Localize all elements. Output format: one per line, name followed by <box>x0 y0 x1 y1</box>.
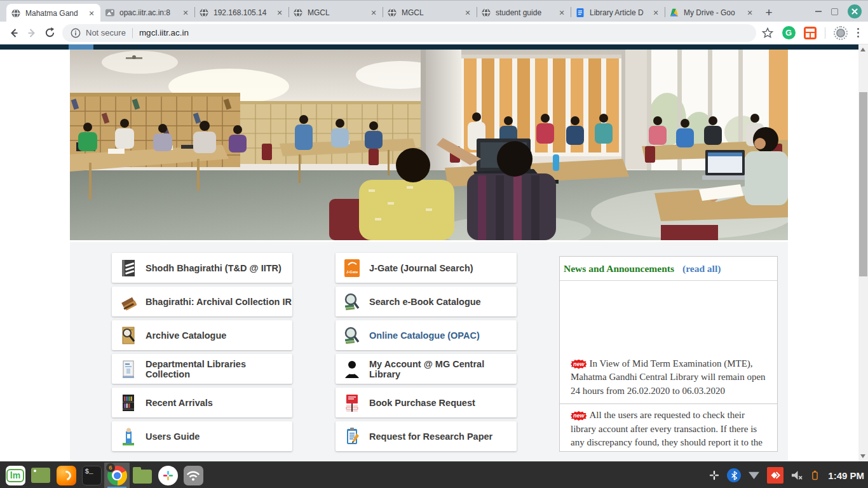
scroll-up-arrow-icon[interactable] <box>860 48 865 51</box>
tab-mahatma-gandhi-library[interactable]: Mahatma Gand ✕ <box>6 4 100 22</box>
tab-ip-address[interactable]: 192.168.105.14 ✕ <box>194 3 288 22</box>
new-badge: new <box>571 411 587 421</box>
desktop-icon <box>31 468 50 483</box>
globe-icon <box>387 8 397 18</box>
tab-my-drive[interactable]: My Drive - Goo ✕ <box>665 3 759 22</box>
back-button[interactable] <box>5 24 23 42</box>
new-tab-button[interactable]: + <box>760 4 778 22</box>
slack-tray-icon[interactable] <box>709 470 720 481</box>
wifi-icon <box>184 466 203 485</box>
tab-close-icon[interactable]: ✕ <box>463 8 472 17</box>
link-label: Search e-Book Catalogue <box>369 297 481 307</box>
firefox-icon <box>57 466 76 485</box>
slack-launcher[interactable] <box>155 463 180 488</box>
system-tray: 1:49 PM <box>709 462 864 488</box>
terminal-icon: $_ <box>82 466 102 485</box>
tab-student-guide[interactable]: student guide ✕ <box>477 3 571 22</box>
bookshelf-icon <box>120 393 137 412</box>
page-scrollbar[interactable] <box>858 44 868 461</box>
globe-icon <box>11 8 21 18</box>
link-card-book-purchase[interactable]: Book Purchase Request <box>336 388 517 417</box>
shutter-extension-icon[interactable] <box>834 26 848 40</box>
guide-kiosk-icon <box>120 427 137 446</box>
show-desktop-button[interactable] <box>28 463 53 488</box>
new-badge: new <box>571 360 587 369</box>
link-card-recent-arrivals[interactable]: Recent Arrivals <box>112 388 292 417</box>
chrome-menu-icon[interactable] <box>856 27 861 39</box>
library-photo <box>70 50 788 240</box>
tab-opac[interactable]: opac.iitr.ac.in:8 ✕ <box>100 3 194 22</box>
link-card-jgate[interactable]: J-Gate J-Gate (Journal Search) <box>336 253 517 283</box>
tab-title: Library Article D <box>590 8 651 17</box>
terminal-launcher[interactable]: $_ <box>79 463 104 488</box>
folder-magnifier-icon <box>120 326 137 345</box>
link-label: Users Guide <box>146 431 200 442</box>
taskbar-clock[interactable]: 1:49 PM <box>828 470 864 481</box>
security-label: Not secure <box>86 28 126 37</box>
mint-logo-icon: lm <box>6 466 25 485</box>
news-item-text: In View of Mid Term Examination (MTE), M… <box>571 358 766 396</box>
link-label: Archive Catalogue <box>146 330 226 341</box>
bookmark-star-icon[interactable] <box>761 27 774 39</box>
news-item: newIn View of Mid Term Examination (MTE)… <box>560 281 777 404</box>
chrome-taskbar-button[interactable]: 6 <box>104 463 130 488</box>
tab-mgcl-1[interactable]: MGCL ✕ <box>288 3 383 22</box>
taskbar: lm $_ 6 1:49 PM <box>0 461 868 488</box>
link-card-departmental-libraries[interactable]: Departmental Libraries Collection <box>112 354 292 384</box>
toolbar-right-icons: G <box>761 26 864 40</box>
news-item-text: All the users are requested to check the… <box>571 410 763 447</box>
orange-extension-icon[interactable] <box>804 27 817 39</box>
tab-mgcl-2[interactable]: MGCL ✕ <box>383 3 477 22</box>
battery-icon[interactable] <box>811 469 819 482</box>
restore-button[interactable] <box>831 8 838 15</box>
jgate-icon: J-Gate <box>344 259 360 278</box>
firefox-launcher[interactable] <box>53 463 79 488</box>
tab-close-icon[interactable]: ✕ <box>557 8 566 17</box>
volume-muted-icon[interactable] <box>790 470 804 481</box>
link-card-my-account[interactable]: My Account @ MG Central Library <box>336 354 517 384</box>
scroll-down-arrow-icon[interactable] <box>860 454 865 458</box>
scrollbar-thumb[interactable] <box>859 92 867 276</box>
close-window-button[interactable] <box>848 4 862 18</box>
news-header: News and Announcements (read all) <box>560 257 777 281</box>
mint-menu-button[interactable]: lm <box>3 463 28 488</box>
tab-close-icon[interactable]: ✕ <box>275 8 284 17</box>
link-card-users-guide[interactable]: Users Guide <box>112 421 292 451</box>
tab-close-icon[interactable]: ✕ <box>181 8 190 17</box>
files-launcher[interactable] <box>130 463 155 488</box>
link-card-search-ebook[interactable]: Search e-Book Catalogue <box>336 287 517 316</box>
minimize-button[interactable] <box>815 11 822 12</box>
document-stand-icon <box>120 360 137 379</box>
address-bar[interactable]: Not secure mgcl.iitr.ac.in <box>62 24 756 42</box>
active-nav-item[interactable] <box>69 44 93 50</box>
slack-icon <box>158 466 178 485</box>
web-page: Shodh Bhagirathi (T&D @ IITR) Bhagirathi… <box>0 44 868 461</box>
reload-button[interactable] <box>41 24 58 42</box>
network-signal-icon[interactable] <box>748 470 760 480</box>
link-card-archive-catalogue[interactable]: Archive Catalogue <box>112 320 292 350</box>
tab-title: Mahatma Gand <box>25 9 87 18</box>
anydesk-icon[interactable] <box>767 467 783 484</box>
book-magnifier-icon <box>344 292 360 311</box>
tab-library-article[interactable]: Library Article D ✕ <box>571 3 665 22</box>
book-magnifier-icon <box>344 326 360 345</box>
globe-icon <box>199 8 209 18</box>
bluetooth-icon[interactable] <box>727 468 741 482</box>
link-card-opac[interactable]: Online Catalogue (OPAC) <box>336 320 517 350</box>
forward-button[interactable] <box>23 24 41 42</box>
grammarly-extension-icon[interactable]: G <box>782 26 796 39</box>
tab-close-icon[interactable]: ✕ <box>369 8 378 17</box>
browser-tab-strip: Mahatma Gand ✕ opac.iitr.ac.in:8 ✕ 192.1… <box>0 0 868 22</box>
link-label: J-Gate (Journal Search) <box>369 263 473 273</box>
tab-title: MGCL <box>402 8 463 17</box>
network-settings-launcher[interactable] <box>180 463 206 488</box>
link-card-research-paper[interactable]: Request for Research Paper <box>336 421 517 451</box>
tab-close-icon[interactable]: ✕ <box>745 8 754 17</box>
read-all-link[interactable]: (read all) <box>682 263 721 274</box>
tab-close-icon[interactable]: ✕ <box>651 8 660 17</box>
link-card-archival-collection[interactable]: Bhagirathi: Archival Collection IR <box>112 287 292 316</box>
url-text: mgcl.iitr.ac.in <box>139 28 189 37</box>
tab-close-icon[interactable]: ✕ <box>87 9 96 18</box>
link-card-shodh-bhagirathi[interactable]: Shodh Bhagirathi (T&D @ IITR) <box>112 253 292 283</box>
info-icon[interactable] <box>71 28 81 38</box>
